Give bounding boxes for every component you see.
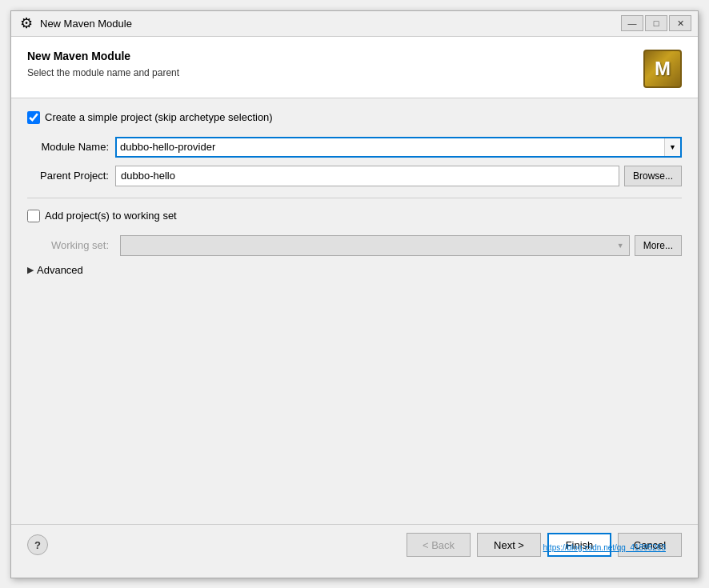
dialog-body: New Maven Module Select the module name … xyxy=(11,37,698,566)
advanced-row[interactable]: ▶ Advanced xyxy=(27,264,682,276)
module-name-label: Module Name: xyxy=(27,141,115,153)
header-subtitle: Select the module name and parent xyxy=(27,67,179,78)
working-set-checkbox-row: Add project(s) to working set xyxy=(27,210,682,222)
module-name-input[interactable] xyxy=(117,139,664,154)
title-bar-controls: — □ ✕ xyxy=(621,15,691,31)
module-name-row: Module Name: ▼ xyxy=(27,137,682,158)
parent-project-browse-button[interactable]: Browse... xyxy=(624,166,682,186)
title-bar: ⚙ New Maven Module — □ ✕ xyxy=(11,11,698,37)
dialog-icon: ⚙ xyxy=(18,14,35,32)
parent-project-row: Parent Project: Browse... xyxy=(27,166,682,186)
working-set-label: Working set: xyxy=(27,239,115,251)
simple-project-row: Create a simple project (skip archetype … xyxy=(27,111,682,124)
working-set-row: Working set: ▼ More... xyxy=(27,235,682,256)
working-set-arrow: ▼ xyxy=(617,242,624,250)
module-name-input-wrapper: ▼ xyxy=(115,137,682,158)
working-set-checkbox-label[interactable]: Add project(s) to working set xyxy=(45,210,177,222)
advanced-label: Advanced xyxy=(37,264,83,276)
dialog-content: Create a simple project (skip archetype … xyxy=(11,98,698,524)
working-set-more-button[interactable]: More... xyxy=(635,235,682,256)
dialog: ⚙ New Maven Module — □ ✕ New Maven Modul… xyxy=(10,10,699,578)
maven-icon-letter: M xyxy=(655,58,671,80)
title-bar-title: New Maven Module xyxy=(40,18,621,30)
minimize-button[interactable]: — xyxy=(621,15,643,31)
close-button[interactable]: ✕ xyxy=(669,15,691,31)
simple-project-checkbox[interactable] xyxy=(27,111,40,124)
module-name-dropdown[interactable]: ▼ xyxy=(664,138,680,156)
working-set-combo[interactable]: ▼ xyxy=(120,235,630,256)
parent-project-label: Parent Project: xyxy=(27,170,115,182)
header-text: New Maven Module Select the module name … xyxy=(27,50,179,78)
maximize-button[interactable]: □ xyxy=(645,15,667,31)
parent-project-input[interactable] xyxy=(115,166,619,186)
maven-icon: M xyxy=(643,50,682,88)
advanced-arrow-icon: ▶ xyxy=(27,265,34,275)
working-set-checkbox[interactable] xyxy=(27,210,40,222)
simple-project-label[interactable]: Create a simple project (skip archetype … xyxy=(45,111,273,123)
header-title: New Maven Module xyxy=(27,50,179,62)
parent-project-input-wrapper: Browse... xyxy=(115,166,682,186)
watermark: https://blog.csdn.net/qq_41895263 xyxy=(0,543,682,555)
divider-1 xyxy=(27,198,682,198)
dialog-header: New Maven Module Select the module name … xyxy=(11,37,698,98)
